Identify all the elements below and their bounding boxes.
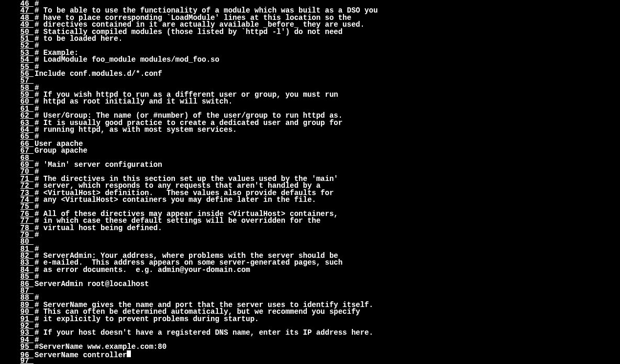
editor-line[interactable]: 85 # [0,273,620,280]
editor-line[interactable]: 67 Group apache [0,147,620,154]
line-content[interactable]: Group apache [35,147,87,154]
editor-line[interactable]: 50 # Statically compiled modules (those … [0,28,620,35]
editor-line[interactable]: 91 # it explicitly to prevent problems d… [0,315,620,322]
editor-line[interactable]: 56 Include conf.modules.d/*.conf [0,70,620,77]
text-editor-viewport[interactable]: 46 #47 # To be able to use the functiona… [0,0,620,364]
editor-line[interactable]: 74 # any <VirtualHost> containers you ma… [0,196,620,203]
line-content[interactable]: # in which case these default settings w… [35,217,320,224]
editor-line[interactable]: 51 # to be loaded here. [0,35,620,42]
editor-line[interactable]: 86 ServerAdmin root@localhost [0,280,620,287]
editor-line[interactable]: 70 # [0,168,620,175]
editor-line[interactable]: 93 # If your host doesn't have a registe… [0,329,620,336]
editor-line[interactable]: 90 # This can often be determined automa… [0,308,620,315]
editor-line[interactable]: 79 # [0,231,620,238]
line-content[interactable]: # to be loaded here. [35,35,123,42]
editor-line[interactable]: 77 # in which case these default setting… [0,217,620,224]
line-content[interactable]: # If your host doesn't have a registered… [35,329,373,336]
line-number: 97 [0,357,35,364]
editor-line[interactable]: 62 # User/Group: The name (or #number) o… [0,112,620,119]
line-number: 77 [0,217,35,224]
editor-line[interactable]: 95 #ServerName www.example.com:80 [0,343,620,350]
editor-line[interactable]: 48 # have to place corresponding `LoadMo… [0,14,620,21]
editor-line[interactable]: 63 # It is usually good practice to crea… [0,119,620,126]
editor-line[interactable]: 61 # [0,105,620,112]
editor-line[interactable]: 76 # All of these directives may appear … [0,210,620,217]
editor-line[interactable]: 69 # 'Main' server configuration [0,161,620,168]
line-content[interactable]: # as error documents. e.g. admin@your-do… [35,266,250,274]
editor-line[interactable]: 83 # e-mailed. This address appears on s… [0,259,620,266]
editor-line[interactable]: 53 # Example: [0,49,620,56]
editor-line[interactable]: 96 ServerName controller [0,350,620,357]
line-number: 95 [0,343,35,350]
editor-line[interactable]: 88 # [0,294,620,301]
line-content[interactable]: ServerName controller [35,351,127,359]
editor-line[interactable]: 64 # running httpd, as with most system … [0,126,620,133]
editor-line[interactable]: 89 # ServerName gives the name and port … [0,301,620,308]
editor-line[interactable]: 49 # directives contained in it are actu… [0,21,620,28]
editor-line[interactable]: 92 # [0,322,620,329]
line-content[interactable]: # any <VirtualHost> containers you may d… [35,196,316,203]
editor-line[interactable]: 52 # [0,42,620,49]
editor-line[interactable]: 46 # [0,0,620,7]
text-cursor [127,350,131,357]
editor-line[interactable]: 78 # virtual host being defined. [0,224,620,231]
line-content[interactable]: # running httpd, as with most system ser… [35,126,237,133]
editor-line[interactable]: 47 # To be able to use the functionality… [0,7,620,14]
editor-line[interactable]: 60 # httpd as root initially and it will… [0,98,620,105]
line-content[interactable]: Include conf.modules.d/*.conf [35,70,162,77]
editor-line[interactable]: 81 # [0,245,620,252]
line-content[interactable]: # [35,231,39,238]
editor-line[interactable]: 82 # ServerAdmin: Your address, where pr… [0,252,620,259]
editor-line[interactable]: 72 # server, which responds to any reque… [0,182,620,189]
editor-line[interactable]: 84 # as error documents. e.g. admin@your… [0,266,620,273]
editor-line[interactable]: 65 # [0,133,620,140]
editor-line[interactable]: 58 # [0,84,620,91]
editor-line[interactable]: 57 [0,77,620,84]
line-content[interactable]: # 'Main' server configuration [35,161,162,168]
editor-line[interactable]: 94 # [0,336,620,343]
editor-line[interactable]: 80 [0,238,620,245]
editor-line[interactable]: 54 # LoadModule foo_module modules/mod_f… [0,56,620,63]
line-content[interactable]: # it explicitly to prevent problems duri… [35,315,259,323]
editor-line[interactable]: 87 [0,287,620,294]
editor-line[interactable]: 71 # The directives in this section set … [0,175,620,182]
editor-line[interactable]: 55 # [0,63,620,70]
editor-line[interactable]: 66 User apache [0,140,620,147]
line-content[interactable]: # LoadModule foo_module modules/mod_foo.… [35,56,219,63]
editor-line[interactable]: 75 # [0,203,620,210]
editor-line[interactable]: 59 # If you wish httpd to run as a diffe… [0,91,620,98]
line-content[interactable]: #ServerName www.example.com:80 [35,343,167,350]
editor-line[interactable]: 68 [0,154,620,161]
line-content[interactable]: # virtual host being defined. [35,224,162,232]
editor-line[interactable]: 73 # <VirtualHost> definition. These val… [0,189,620,196]
line-content[interactable]: # httpd as root initially and it will sw… [35,98,233,105]
line-content[interactable]: ServerAdmin root@localhost [35,280,149,288]
